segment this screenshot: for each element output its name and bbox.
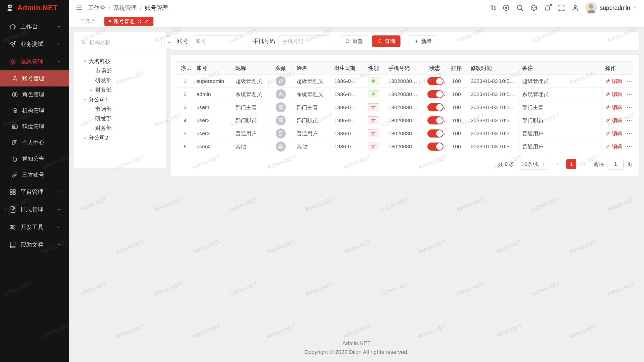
sidebar-item-platform-mgmt[interactable]: 平台管理 bbox=[0, 183, 69, 201]
edit-button[interactable]: 编辑 bbox=[605, 143, 622, 150]
table-row: 2admin系统管理员系系统管理员1986-06-28男180200307201… bbox=[177, 88, 632, 101]
sidebar-item-third-party-account[interactable]: 三方账号 bbox=[0, 167, 69, 183]
fullscreen-icon bbox=[558, 4, 565, 12]
gender-badge: 女 bbox=[368, 143, 379, 151]
tree-node[interactable]: 研发部 bbox=[76, 114, 164, 123]
status-toggle[interactable] bbox=[427, 90, 444, 98]
query-button[interactable]: 查询 bbox=[372, 35, 400, 47]
breadcrumb-item[interactable]: 工作台 bbox=[88, 4, 105, 12]
accounts-table-card: 序号账号昵称头像姓名出生日期性别手机号码状态排序修改时间备注操作1superad… bbox=[171, 55, 639, 176]
org-search-input[interactable] bbox=[89, 39, 158, 46]
caret-right-icon[interactable]: ▸ bbox=[88, 87, 95, 93]
theme-button[interactable] bbox=[530, 4, 538, 12]
cell-status bbox=[424, 127, 446, 140]
sidebar-item-workbench[interactable]: 工作台 bbox=[0, 18, 69, 35]
sidebar-item-role-mgmt[interactable]: 角色管理 bbox=[0, 86, 69, 103]
logo[interactable]: Admin.NET bbox=[0, 0, 69, 16]
menu-collapse-icon[interactable] bbox=[75, 4, 83, 12]
reset-button[interactable]: 重置 bbox=[340, 35, 368, 47]
tab-close-icon[interactable] bbox=[144, 19, 149, 24]
tree-node[interactable]: ▾大名科技 bbox=[76, 57, 164, 66]
notification-button[interactable] bbox=[544, 4, 551, 12]
tree-node-label: 市场部 bbox=[95, 67, 112, 75]
row-more-button[interactable] bbox=[626, 91, 632, 97]
sidebar-item-help-docs[interactable]: 帮助文档 bbox=[0, 236, 69, 253]
main-area: 工作台/系统管理/账号管理 Tt superadmin 工作台账号管理 bbox=[69, 0, 644, 362]
cell-sort: 100 bbox=[446, 140, 467, 153]
cell-actions: 编辑 bbox=[602, 88, 632, 101]
tree-node[interactable]: ▸分公司2 bbox=[76, 133, 164, 143]
edit-icon bbox=[605, 144, 610, 149]
sidebar-item-notice[interactable]: 通知公告 bbox=[0, 151, 69, 167]
sidebar-item-label: 平台管理 bbox=[20, 188, 44, 196]
fullscreen-button[interactable] bbox=[558, 4, 565, 12]
breadcrumb-item[interactable]: 账号管理 bbox=[145, 4, 168, 12]
sidebar-item-org-mgmt[interactable]: 机构管理 bbox=[0, 103, 69, 119]
cell-gender: 女 bbox=[362, 101, 385, 114]
caret-right-icon[interactable]: ▸ bbox=[82, 135, 89, 141]
font-size-button[interactable]: Tt bbox=[490, 4, 496, 12]
column-header: 昵称 bbox=[232, 62, 268, 75]
tools-icon bbox=[9, 223, 16, 231]
status-toggle[interactable] bbox=[427, 103, 444, 111]
tree-node[interactable]: 市场部 bbox=[76, 104, 164, 114]
tab-item[interactable]: 工作台 bbox=[76, 17, 101, 26]
breadcrumb-separator: / bbox=[140, 5, 141, 11]
add-button[interactable]: 新增 bbox=[409, 35, 437, 47]
tab-active[interactable]: 账号管理 bbox=[104, 17, 153, 26]
sidebar-item-account-mgmt[interactable]: 账号管理 bbox=[0, 70, 69, 86]
tree-node[interactable]: 市场部 bbox=[76, 66, 164, 76]
sidebar-item-dev-tools[interactable]: 开发工具 bbox=[0, 218, 69, 236]
tree-node[interactable]: ▸财务部 bbox=[76, 85, 164, 95]
tab-refresh-icon[interactable] bbox=[137, 19, 142, 24]
breadcrumb-item[interactable]: 系统管理 bbox=[113, 4, 137, 12]
tree-node[interactable]: ▾分公司1 bbox=[76, 95, 164, 104]
org-search-field[interactable] bbox=[78, 37, 162, 48]
caret-down-icon[interactable]: ▾ bbox=[82, 59, 89, 64]
cell-modified: 2023-01-03 10:59:44 bbox=[467, 127, 519, 140]
sidebar-item-label: 业务测试 bbox=[20, 40, 44, 48]
tree-node[interactable]: 研发部 bbox=[76, 76, 164, 85]
row-more-button[interactable] bbox=[626, 144, 632, 150]
page-number-button[interactable]: 1 bbox=[566, 159, 576, 169]
cell-remark: 部门职员 bbox=[519, 114, 602, 127]
row-more-button[interactable] bbox=[626, 104, 632, 110]
page-size-select[interactable]: 10条/页 bbox=[518, 159, 549, 170]
cell-sort: 100 bbox=[446, 101, 467, 114]
cell-remark: 普通用户 bbox=[519, 140, 602, 153]
caret-down-icon[interactable]: ▾ bbox=[82, 97, 89, 102]
prev-page-button[interactable] bbox=[553, 159, 563, 169]
sidebar-item-profile-center[interactable]: 个人中心 bbox=[0, 135, 69, 151]
chevron-down-icon bbox=[542, 162, 546, 166]
edit-icon bbox=[605, 79, 610, 84]
row-more-button[interactable] bbox=[626, 78, 632, 84]
edit-icon bbox=[605, 131, 610, 136]
sidebar-item-label: 帮助文档 bbox=[20, 241, 44, 249]
sidebar-item-position-mgmt[interactable]: 职位管理 bbox=[0, 119, 69, 135]
user-menu[interactable]: superadmin bbox=[585, 2, 637, 14]
goto-page-input[interactable] bbox=[608, 159, 624, 170]
row-more-button[interactable] bbox=[626, 130, 632, 137]
edit-button[interactable]: 编辑 bbox=[605, 91, 622, 98]
tree-node[interactable]: 财务部 bbox=[76, 123, 164, 133]
phone-filter-input[interactable] bbox=[278, 35, 330, 47]
status-toggle[interactable] bbox=[427, 116, 444, 124]
edit-button[interactable]: 编辑 bbox=[605, 104, 622, 111]
search-button[interactable] bbox=[516, 4, 524, 12]
status-toggle[interactable] bbox=[427, 143, 444, 151]
row-more-button[interactable] bbox=[626, 117, 632, 123]
sidebar-item-log-mgmt[interactable]: 日志管理 bbox=[0, 201, 69, 218]
status-toggle[interactable] bbox=[427, 77, 444, 85]
profile-button[interactable] bbox=[572, 4, 579, 12]
sidebar-item-system-mgmt[interactable]: 系统管理 bbox=[0, 53, 69, 70]
status-toggle[interactable] bbox=[427, 129, 444, 138]
sidebar-item-business-test[interactable]: 业务测试 bbox=[0, 35, 69, 53]
edit-button[interactable]: 编辑 bbox=[605, 117, 622, 124]
cell-remark: 系统管理员 bbox=[519, 88, 602, 101]
edit-button[interactable]: 编辑 bbox=[605, 130, 622, 137]
account-filter-input[interactable] bbox=[192, 35, 243, 47]
edit-button[interactable]: 编辑 bbox=[605, 78, 622, 85]
tree-node-label: 研发部 bbox=[95, 115, 112, 122]
component-size-button[interactable] bbox=[502, 4, 510, 12]
next-page-button[interactable] bbox=[580, 159, 590, 169]
